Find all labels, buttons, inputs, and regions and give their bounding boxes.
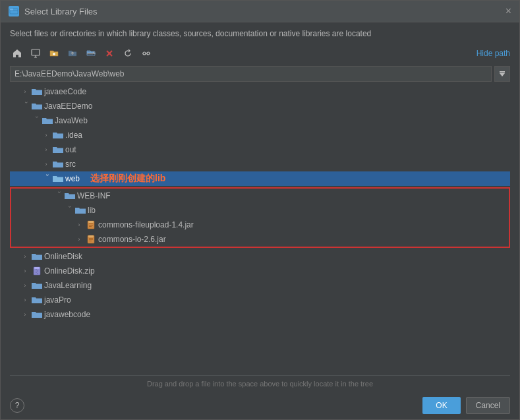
label-javaeeCode: javaeeCode [44, 87, 86, 96]
tree-item-javawebcode[interactable]: › javawebcode [10, 307, 510, 322]
label-web: web [65, 174, 80, 183]
label-JavaWeb: JavaWeb [55, 116, 88, 125]
svg-rect-13 [88, 235, 94, 237]
settings-button[interactable] [139, 46, 154, 61]
tree-item-JavaEEDemo[interactable]: › JavaEEDemo [10, 99, 510, 113]
home-button[interactable] [10, 46, 24, 61]
title-bar-left: Select Library Files [9, 6, 98, 16]
chevron-commons-io: › [74, 235, 84, 244]
tree-item-out[interactable]: › out [10, 142, 510, 157]
chevron-JavaLearning: › [20, 281, 30, 290]
chevron-idea: › [42, 131, 51, 140]
folder-icon-javawebcode [32, 309, 42, 320]
label-OnlineDisk-zip: OnlineDisk.zip [44, 266, 95, 276]
hide-path-button[interactable]: Hide path [477, 49, 510, 58]
folder-icon-out [53, 144, 63, 155]
tree-item-javaPro[interactable]: › javaPro [10, 293, 510, 307]
cancel-button[interactable]: Cancel [466, 397, 510, 414]
tree-item-WEB-INF[interactable]: › WEB-INF [11, 189, 509, 203]
folder-icon-javaPro [32, 295, 42, 305]
chevron-javawebcode: › [20, 310, 30, 319]
monitor-button[interactable] [28, 46, 43, 61]
red-border-section: › WEB-INF › lib [10, 187, 510, 248]
help-button[interactable]: ? [10, 398, 24, 413]
chevron-OnlineDisk-zip: › [20, 266, 30, 276]
bottom-bar: ? OK Cancel [1, 392, 519, 419]
chevron-commons-fileupload: › [74, 220, 84, 229]
chevron-javaeeCode: › [20, 87, 30, 96]
tree-item-OnlineDisk[interactable]: › OnlineDisk [10, 249, 510, 264]
move-button[interactable] [84, 46, 98, 61]
chevron-WEB-INF: › [53, 191, 63, 200]
close-button[interactable]: × [506, 6, 511, 16]
dialog-title: Select Library Files [24, 7, 98, 16]
tree-item-javaeeCode[interactable]: › javaeeCode [10, 84, 510, 99]
chevron-out: › [42, 145, 51, 154]
label-commons-fileupload: commons-fileupload-1.4.jar [98, 220, 194, 229]
refresh-button[interactable] [121, 46, 135, 61]
svg-point-6 [147, 52, 150, 55]
label-javaPro: javaPro [44, 295, 71, 305]
tree-item-web[interactable]: › web 选择刚刚创建的lib [10, 171, 510, 186]
label-javawebcode: javawebcode [44, 310, 90, 319]
folder-icon-lib [75, 205, 86, 216]
tree-item-JavaLearning[interactable]: › JavaLearning [10, 278, 510, 293]
label-OnlineDisk: OnlineDisk [44, 252, 82, 261]
description-text: Select files or directories in which lib… [1, 22, 519, 44]
jar-icon-commons-io [86, 234, 96, 245]
svg-rect-9 [89, 224, 93, 224]
tree-item-idea[interactable]: › .idea [10, 128, 510, 142]
new-folder-button[interactable] [47, 46, 61, 61]
folder-icon-javaeeCode [32, 86, 42, 97]
tree-item-JavaWeb[interactable]: › JavaWeb [10, 113, 510, 128]
label-commons-io: commons-io-2.6.jar [98, 235, 166, 244]
path-bar [10, 66, 510, 82]
path-browse-button[interactable] [494, 66, 510, 82]
dialog: Select Library Files × Select files or d… [0, 0, 520, 420]
folder-up-button[interactable] [65, 46, 80, 61]
annotation-text: 选择刚刚创建的lib [90, 173, 165, 185]
folder-icon-JavaEEDemo [32, 101, 42, 111]
svg-rect-1 [10, 9, 13, 11]
svg-rect-8 [88, 221, 94, 223]
svg-rect-18 [34, 267, 40, 269]
delete-button[interactable] [102, 46, 117, 61]
toolbar: Hide path [1, 44, 519, 63]
folder-icon-JavaLearning [32, 280, 42, 291]
folder-icon-JavaWeb [42, 115, 53, 126]
drag-hint: Drag and drop a file into the space abov… [10, 375, 510, 392]
chevron-JavaWeb: › [31, 116, 40, 125]
dialog-icon [9, 6, 19, 16]
label-src: src [65, 160, 76, 169]
tree-item-OnlineDisk-zip[interactable]: › OnlineDisk.zip [10, 264, 510, 278]
folder-icon-OnlineDisk [32, 251, 42, 262]
path-input[interactable] [10, 66, 492, 82]
zip-icon-OnlineDisk [32, 266, 42, 276]
label-JavaLearning: JavaLearning [44, 281, 92, 290]
svg-rect-15 [89, 239, 93, 240]
chevron-lib: › [64, 206, 73, 215]
label-idea: .idea [65, 131, 82, 140]
tree-item-src[interactable]: › src [10, 157, 510, 171]
tree-item-lib[interactable]: › lib [11, 203, 509, 218]
folder-icon-web [53, 173, 63, 184]
label-JavaEEDemo: JavaEEDemo [44, 102, 92, 111]
label-lib: lib [88, 206, 96, 215]
file-tree: › javaeeCode › JavaEEDemo › JavaWeb [10, 84, 510, 375]
svg-point-5 [143, 52, 146, 55]
label-WEB-INF: WEB-INF [77, 191, 111, 200]
jar-icon-commons-fileupload [86, 220, 96, 230]
title-bar: Select Library Files × [1, 1, 519, 22]
ok-button[interactable]: OK [422, 397, 460, 414]
chevron-javaPro: › [20, 295, 30, 305]
svg-rect-11 [89, 226, 92, 227]
tree-item-commons-io[interactable]: › commons-io-2.6.jar [11, 232, 509, 247]
tree-item-commons-fileupload[interactable]: › commons-fileupload-1.4.jar [11, 218, 509, 232]
chevron-src: › [42, 160, 51, 169]
folder-icon-idea [53, 130, 63, 140]
chevron-OnlineDisk: › [20, 252, 30, 261]
label-out: out [65, 145, 76, 154]
chevron-JavaEEDemo: › [20, 102, 30, 111]
folder-icon-WEB-INF [65, 191, 75, 201]
chevron-web: › [42, 174, 51, 183]
